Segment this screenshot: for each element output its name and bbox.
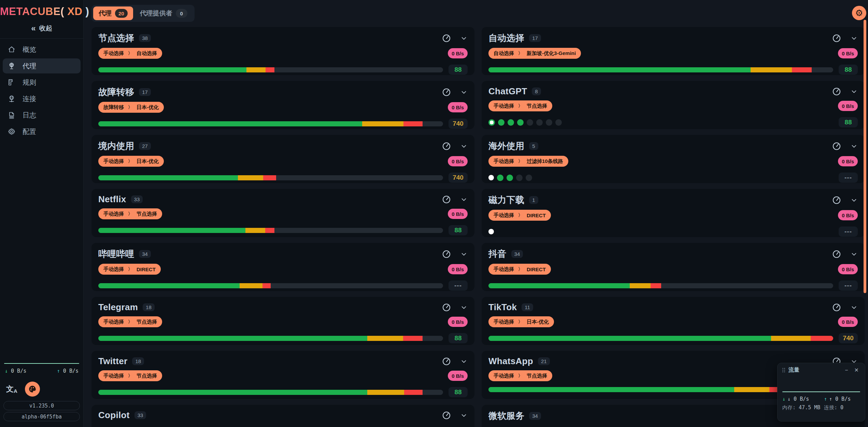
selector-badge[interactable]: 故障转移 〉 日本-优化 — [98, 102, 164, 113]
selector-badge[interactable]: 手动选择 〉 节点选择 — [488, 100, 552, 111]
group-count-badge: 17 — [139, 88, 151, 96]
chevron-down-icon[interactable] — [460, 250, 468, 258]
latency-test-icon[interactable] — [442, 357, 451, 366]
chevron-down-icon[interactable] — [850, 304, 858, 311]
chevron-down-icon[interactable] — [460, 358, 468, 365]
proxy-node-dot[interactable] — [488, 119, 495, 126]
selector-badge[interactable]: 手动选择 〉 DIRECT — [488, 210, 551, 221]
chevron-down-icon[interactable] — [850, 196, 858, 204]
chevron-down-icon[interactable] — [460, 304, 468, 311]
latency-test-icon[interactable] — [442, 141, 451, 151]
rate-badge: 0 B/s — [448, 156, 468, 166]
chevron-down-icon[interactable] — [460, 412, 468, 419]
tab-proxy-providers[interactable]: 代理提供者 0 — [134, 6, 193, 20]
latency-value: 88 — [449, 333, 468, 343]
proxy-node-dot[interactable] — [508, 119, 514, 126]
selector-badge[interactable]: 手动选择 〉 节点选择 — [98, 208, 162, 219]
node-dots[interactable] — [488, 175, 833, 181]
proxy-node-dot[interactable] — [546, 119, 552, 126]
sidebar-item-logs[interactable]: 日志 — [3, 108, 81, 123]
latency-test-icon[interactable] — [442, 195, 451, 204]
chevron-down-icon[interactable] — [460, 196, 468, 203]
tab-proxies-count: 20 — [115, 9, 128, 18]
proxy-node-dot[interactable] — [555, 119, 562, 126]
sidebar-item-connections[interactable]: 连接 — [3, 91, 81, 106]
latency-test-icon[interactable] — [832, 303, 841, 312]
chevron-right-icon: 〉 — [128, 158, 132, 164]
sidebar-item-config[interactable]: 配置 — [3, 124, 81, 139]
chevron-down-icon[interactable] — [850, 88, 858, 95]
node-dots[interactable] — [488, 119, 833, 126]
language-icon[interactable]: 文A — [6, 384, 17, 394]
drag-handle-icon[interactable] — [782, 368, 785, 373]
latency-test-icon[interactable] — [832, 141, 841, 151]
chevron-down-icon[interactable] — [850, 142, 858, 150]
sidebar-item-overview[interactable]: 概览 — [3, 42, 81, 57]
selector-badge[interactable]: 手动选择 〉 日本-优化 — [98, 156, 164, 167]
chevron-down-icon[interactable] — [850, 35, 858, 42]
latency-test-icon[interactable] — [442, 33, 451, 43]
proxy-node-dot[interactable] — [517, 119, 524, 126]
selector-badge[interactable]: 手动选择 〉 DIRECT — [488, 264, 551, 275]
sidebar-item-proxies[interactable]: 代理 — [3, 58, 81, 73]
traffic-chart-axis — [782, 391, 860, 392]
proxy-node-dot[interactable] — [497, 175, 503, 181]
proxy-node-dot[interactable] — [516, 175, 523, 181]
theme-palette-button[interactable] — [25, 382, 40, 397]
sidebar-traffic-stats: ↓ 0 B/s ↑ 0 B/s — [0, 364, 83, 376]
latency-test-icon[interactable] — [442, 303, 451, 312]
latency-test-icon[interactable] — [442, 411, 451, 420]
latency-test-icon[interactable] — [832, 195, 841, 205]
group-count-badge: 8 — [532, 87, 541, 95]
group-title: WhatsApp — [488, 356, 533, 367]
node-dots[interactable] — [488, 229, 833, 234]
double-chevron-left-icon: « — [31, 26, 35, 31]
latency-test-icon[interactable] — [442, 249, 451, 259]
latency-test-icon[interactable] — [442, 87, 451, 97]
selector-badge[interactable]: 手动选择 〉 节点选择 — [98, 370, 162, 381]
traffic-chart — [782, 374, 860, 391]
latency-test-icon[interactable] — [832, 33, 841, 43]
proxy-node-dot[interactable] — [507, 175, 513, 181]
group-title: 境内使用 — [98, 140, 134, 152]
proxy-node-dot[interactable] — [488, 175, 494, 180]
latency-value: 740 — [449, 173, 468, 183]
chevron-down-icon[interactable] — [460, 88, 468, 96]
chevron-right-icon: 〉 — [518, 319, 523, 325]
selector-badge[interactable]: 手动选择 〉 DIRECT — [98, 264, 161, 275]
proxy-node-dot[interactable] — [536, 119, 543, 126]
selector-badge[interactable]: 手动选择 〉 过滤掉10条线路 — [488, 156, 568, 167]
group-title: 自动选择 — [488, 32, 524, 44]
chevron-down-icon[interactable] — [460, 35, 468, 42]
proxy-settings-button[interactable]: ⚙ — [852, 6, 866, 20]
sidebar-collapse-button[interactable]: « 收起 — [0, 24, 83, 33]
proxy-group-card: 故障转移 17 故障转移 〉 日本-优化 0 B/s 740 — [91, 81, 474, 129]
minimize-button[interactable]: − — [843, 367, 849, 374]
group-count-badge: 33 — [134, 411, 146, 419]
traffic-panel-stats: ↓↓ 0 B/s ↑↑ 0 B/s 内存: 47.5 MB 连接: 0 — [782, 396, 860, 411]
proxy-node-dot[interactable] — [527, 119, 533, 126]
download-arrow-icon: ↓ — [5, 368, 8, 374]
proxy-node-dot[interactable] — [526, 175, 532, 181]
vertical-scrollbar-thumb[interactable] — [864, 20, 866, 293]
chevron-down-icon[interactable] — [850, 250, 858, 258]
rate-badge: 0 B/s — [448, 48, 468, 58]
selector-badge[interactable]: 手动选择 〉 自动选择 — [98, 48, 162, 59]
selector-badge[interactable]: 手动选择 〉 节点选择 — [488, 370, 552, 381]
latency-test-icon[interactable] — [832, 249, 841, 259]
proxy-group-card: 磁力下载 1 手动选择 〉 DIRECT 0 B/s --- — [482, 189, 865, 237]
latency-test-icon[interactable] — [832, 87, 841, 96]
chevron-down-icon[interactable] — [460, 142, 468, 150]
selector-badge[interactable]: 手动选择 〉 节点选择 — [98, 316, 162, 327]
latency-distribution-bar — [488, 336, 833, 341]
group-count-badge: 18 — [132, 357, 144, 365]
proxy-node-dot[interactable] — [488, 229, 494, 234]
close-button[interactable]: ✕ — [853, 367, 860, 374]
chevron-right-icon: 〉 — [128, 50, 132, 56]
sidebar-item-rules[interactable]: 规则 — [3, 75, 81, 90]
proxy-node-dot[interactable] — [498, 119, 504, 126]
selector-badge[interactable]: 手动选择 〉 日本-优化 — [488, 316, 554, 327]
selector-badge[interactable]: 自动选择 〉 新加坡-优化3-Gemini — [488, 48, 581, 59]
tab-proxies[interactable]: 代理 20 — [93, 6, 133, 20]
group-title: 故障转移 — [98, 86, 134, 98]
